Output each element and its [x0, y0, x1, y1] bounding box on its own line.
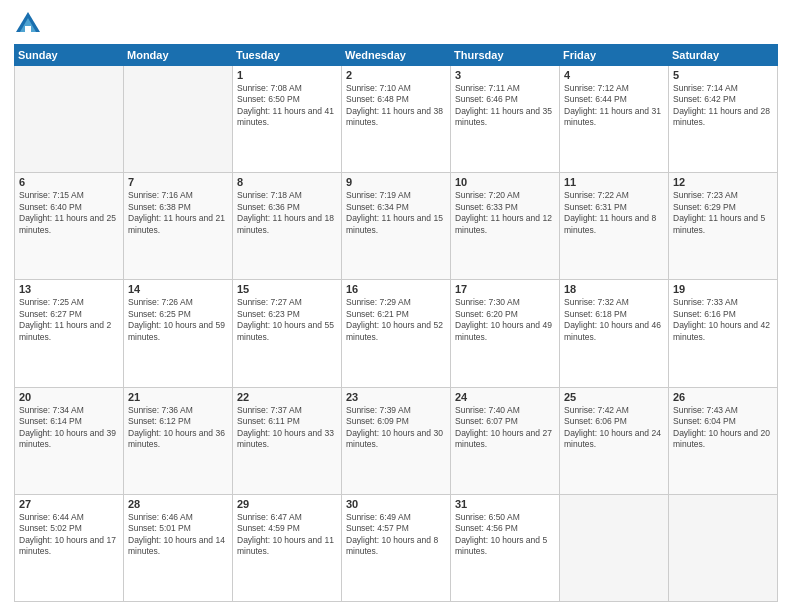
- day-detail: Sunrise: 7:36 AMSunset: 6:12 PMDaylight:…: [128, 405, 228, 451]
- calendar-header-saturday: Saturday: [669, 45, 778, 66]
- calendar-cell: 3Sunrise: 7:11 AMSunset: 6:46 PMDaylight…: [451, 66, 560, 173]
- day-detail: Sunrise: 7:39 AMSunset: 6:09 PMDaylight:…: [346, 405, 446, 451]
- day-detail: Sunrise: 7:26 AMSunset: 6:25 PMDaylight:…: [128, 297, 228, 343]
- day-number: 5: [673, 69, 773, 81]
- calendar-cell: 21Sunrise: 7:36 AMSunset: 6:12 PMDayligh…: [124, 387, 233, 494]
- day-detail: Sunrise: 7:11 AMSunset: 6:46 PMDaylight:…: [455, 83, 555, 129]
- calendar-header-friday: Friday: [560, 45, 669, 66]
- calendar-cell: 13Sunrise: 7:25 AMSunset: 6:27 PMDayligh…: [15, 280, 124, 387]
- calendar-cell: 24Sunrise: 7:40 AMSunset: 6:07 PMDayligh…: [451, 387, 560, 494]
- day-number: 2: [346, 69, 446, 81]
- day-number: 19: [673, 283, 773, 295]
- calendar-week-row: 20Sunrise: 7:34 AMSunset: 6:14 PMDayligh…: [15, 387, 778, 494]
- calendar-header-thursday: Thursday: [451, 45, 560, 66]
- calendar-header-sunday: Sunday: [15, 45, 124, 66]
- calendar-header-row: SundayMondayTuesdayWednesdayThursdayFrid…: [15, 45, 778, 66]
- calendar-week-row: 13Sunrise: 7:25 AMSunset: 6:27 PMDayligh…: [15, 280, 778, 387]
- day-number: 25: [564, 391, 664, 403]
- day-detail: Sunrise: 7:20 AMSunset: 6:33 PMDaylight:…: [455, 190, 555, 236]
- calendar-cell: 22Sunrise: 7:37 AMSunset: 6:11 PMDayligh…: [233, 387, 342, 494]
- day-number: 18: [564, 283, 664, 295]
- calendar-week-row: 27Sunrise: 6:44 AMSunset: 5:02 PMDayligh…: [15, 494, 778, 601]
- logo: [14, 10, 46, 38]
- calendar-cell: 2Sunrise: 7:10 AMSunset: 6:48 PMDaylight…: [342, 66, 451, 173]
- day-detail: Sunrise: 7:16 AMSunset: 6:38 PMDaylight:…: [128, 190, 228, 236]
- day-detail: Sunrise: 7:32 AMSunset: 6:18 PMDaylight:…: [564, 297, 664, 343]
- calendar-cell: [560, 494, 669, 601]
- calendar-header-wednesday: Wednesday: [342, 45, 451, 66]
- calendar-cell: 4Sunrise: 7:12 AMSunset: 6:44 PMDaylight…: [560, 66, 669, 173]
- day-number: 20: [19, 391, 119, 403]
- day-detail: Sunrise: 7:10 AMSunset: 6:48 PMDaylight:…: [346, 83, 446, 129]
- day-detail: Sunrise: 7:22 AMSunset: 6:31 PMDaylight:…: [564, 190, 664, 236]
- day-detail: Sunrise: 7:15 AMSunset: 6:40 PMDaylight:…: [19, 190, 119, 236]
- day-number: 1: [237, 69, 337, 81]
- calendar-cell: 31Sunrise: 6:50 AMSunset: 4:56 PMDayligh…: [451, 494, 560, 601]
- day-number: 31: [455, 498, 555, 510]
- day-detail: Sunrise: 7:27 AMSunset: 6:23 PMDaylight:…: [237, 297, 337, 343]
- day-detail: Sunrise: 7:42 AMSunset: 6:06 PMDaylight:…: [564, 405, 664, 451]
- calendar-header-tuesday: Tuesday: [233, 45, 342, 66]
- day-detail: Sunrise: 7:34 AMSunset: 6:14 PMDaylight:…: [19, 405, 119, 451]
- calendar-cell: 6Sunrise: 7:15 AMSunset: 6:40 PMDaylight…: [15, 173, 124, 280]
- day-number: 17: [455, 283, 555, 295]
- day-detail: Sunrise: 6:46 AMSunset: 5:01 PMDaylight:…: [128, 512, 228, 558]
- day-number: 23: [346, 391, 446, 403]
- calendar-cell: 28Sunrise: 6:46 AMSunset: 5:01 PMDayligh…: [124, 494, 233, 601]
- calendar-cell: 25Sunrise: 7:42 AMSunset: 6:06 PMDayligh…: [560, 387, 669, 494]
- day-detail: Sunrise: 7:29 AMSunset: 6:21 PMDaylight:…: [346, 297, 446, 343]
- calendar-cell: 20Sunrise: 7:34 AMSunset: 6:14 PMDayligh…: [15, 387, 124, 494]
- day-number: 11: [564, 176, 664, 188]
- calendar-cell: 1Sunrise: 7:08 AMSunset: 6:50 PMDaylight…: [233, 66, 342, 173]
- day-number: 13: [19, 283, 119, 295]
- day-number: 16: [346, 283, 446, 295]
- day-detail: Sunrise: 7:18 AMSunset: 6:36 PMDaylight:…: [237, 190, 337, 236]
- calendar-cell: 16Sunrise: 7:29 AMSunset: 6:21 PMDayligh…: [342, 280, 451, 387]
- day-number: 27: [19, 498, 119, 510]
- day-number: 6: [19, 176, 119, 188]
- calendar-cell: [124, 66, 233, 173]
- day-detail: Sunrise: 7:12 AMSunset: 6:44 PMDaylight:…: [564, 83, 664, 129]
- day-number: 7: [128, 176, 228, 188]
- day-number: 3: [455, 69, 555, 81]
- calendar-cell: 7Sunrise: 7:16 AMSunset: 6:38 PMDaylight…: [124, 173, 233, 280]
- calendar-week-row: 6Sunrise: 7:15 AMSunset: 6:40 PMDaylight…: [15, 173, 778, 280]
- day-detail: Sunrise: 6:47 AMSunset: 4:59 PMDaylight:…: [237, 512, 337, 558]
- calendar-cell: 19Sunrise: 7:33 AMSunset: 6:16 PMDayligh…: [669, 280, 778, 387]
- day-number: 4: [564, 69, 664, 81]
- day-detail: Sunrise: 7:40 AMSunset: 6:07 PMDaylight:…: [455, 405, 555, 451]
- day-detail: Sunrise: 7:37 AMSunset: 6:11 PMDaylight:…: [237, 405, 337, 451]
- day-number: 12: [673, 176, 773, 188]
- header: [14, 10, 778, 38]
- day-detail: Sunrise: 7:43 AMSunset: 6:04 PMDaylight:…: [673, 405, 773, 451]
- day-number: 28: [128, 498, 228, 510]
- calendar-cell: 5Sunrise: 7:14 AMSunset: 6:42 PMDaylight…: [669, 66, 778, 173]
- calendar-cell: 17Sunrise: 7:30 AMSunset: 6:20 PMDayligh…: [451, 280, 560, 387]
- day-number: 24: [455, 391, 555, 403]
- day-detail: Sunrise: 6:50 AMSunset: 4:56 PMDaylight:…: [455, 512, 555, 558]
- day-detail: Sunrise: 6:44 AMSunset: 5:02 PMDaylight:…: [19, 512, 119, 558]
- day-number: 30: [346, 498, 446, 510]
- day-number: 14: [128, 283, 228, 295]
- page: SundayMondayTuesdayWednesdayThursdayFrid…: [0, 0, 792, 612]
- day-detail: Sunrise: 6:49 AMSunset: 4:57 PMDaylight:…: [346, 512, 446, 558]
- calendar-cell: 27Sunrise: 6:44 AMSunset: 5:02 PMDayligh…: [15, 494, 124, 601]
- calendar-cell: 11Sunrise: 7:22 AMSunset: 6:31 PMDayligh…: [560, 173, 669, 280]
- day-number: 9: [346, 176, 446, 188]
- day-detail: Sunrise: 7:19 AMSunset: 6:34 PMDaylight:…: [346, 190, 446, 236]
- calendar-cell: 14Sunrise: 7:26 AMSunset: 6:25 PMDayligh…: [124, 280, 233, 387]
- calendar: SundayMondayTuesdayWednesdayThursdayFrid…: [14, 44, 778, 602]
- day-detail: Sunrise: 7:08 AMSunset: 6:50 PMDaylight:…: [237, 83, 337, 129]
- day-number: 29: [237, 498, 337, 510]
- day-number: 26: [673, 391, 773, 403]
- day-detail: Sunrise: 7:30 AMSunset: 6:20 PMDaylight:…: [455, 297, 555, 343]
- calendar-cell: 23Sunrise: 7:39 AMSunset: 6:09 PMDayligh…: [342, 387, 451, 494]
- day-number: 15: [237, 283, 337, 295]
- calendar-cell: 12Sunrise: 7:23 AMSunset: 6:29 PMDayligh…: [669, 173, 778, 280]
- day-number: 10: [455, 176, 555, 188]
- calendar-cell: 29Sunrise: 6:47 AMSunset: 4:59 PMDayligh…: [233, 494, 342, 601]
- calendar-cell: [15, 66, 124, 173]
- svg-rect-2: [25, 26, 31, 32]
- day-number: 22: [237, 391, 337, 403]
- calendar-cell: 26Sunrise: 7:43 AMSunset: 6:04 PMDayligh…: [669, 387, 778, 494]
